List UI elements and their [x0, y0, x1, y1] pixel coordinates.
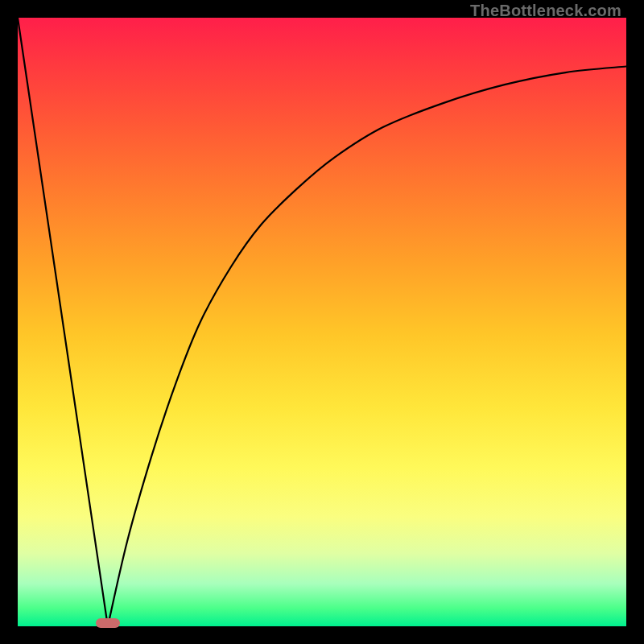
- chart-frame: TheBottleneck.com: [0, 0, 644, 644]
- curve-path: [18, 18, 626, 626]
- plot-area: [18, 18, 626, 626]
- bottleneck-curve: [18, 18, 626, 626]
- minimum-marker: [96, 618, 120, 628]
